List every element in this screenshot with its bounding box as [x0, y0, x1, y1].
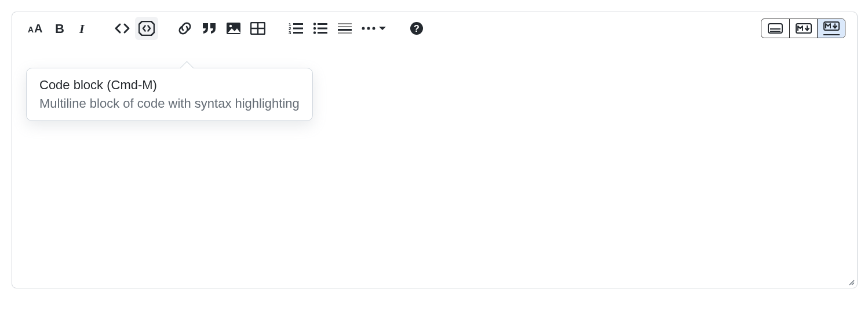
svg-rect-13 [293, 28, 303, 30]
view-wysiwyg-button[interactable] [761, 19, 789, 38]
svg-rect-12 [293, 23, 303, 25]
unordered-list-button[interactable] [309, 17, 332, 40]
more-button[interactable] [358, 17, 390, 40]
italic-button[interactable]: I [72, 17, 96, 40]
split-icon [823, 21, 840, 35]
svg-rect-18 [318, 23, 327, 25]
ordered-list-button[interactable]: 1 2 3 [285, 17, 308, 40]
svg-text:A: A [28, 25, 34, 34]
table-icon [250, 22, 265, 35]
text-style-button[interactable]: AA [24, 17, 47, 40]
view-mode-switch [761, 19, 845, 38]
toolbar: AA B I [12, 12, 857, 45]
code-icon [114, 22, 130, 35]
svg-rect-20 [318, 32, 327, 34]
horizontal-rule-button[interactable] [333, 17, 356, 40]
code-group [111, 17, 158, 40]
help-button[interactable]: ? [405, 17, 428, 40]
code-block-button[interactable] [135, 17, 158, 40]
link-button[interactable] [173, 17, 196, 40]
more-icon [361, 24, 386, 33]
quote-icon [202, 22, 217, 35]
svg-point-5 [229, 25, 232, 27]
svg-point-17 [313, 31, 316, 34]
svg-point-26 [367, 27, 370, 30]
svg-rect-22 [338, 26, 352, 27]
svg-text:B: B [55, 22, 64, 35]
image-icon [226, 22, 241, 35]
svg-rect-24 [338, 32, 352, 34]
view-split-button[interactable] [817, 19, 845, 38]
help-icon: ? [410, 21, 424, 35]
inline-code-button[interactable] [111, 17, 134, 40]
bold-button[interactable]: B [48, 17, 71, 40]
insert-group [173, 17, 269, 40]
view-markdown-button[interactable] [789, 19, 817, 38]
svg-point-25 [362, 27, 365, 30]
tooltip: Code block (Cmd-M) Multiline block of co… [26, 68, 313, 121]
svg-point-16 [313, 27, 316, 30]
svg-rect-23 [338, 29, 352, 31]
bold-icon: B [54, 22, 65, 35]
tooltip-description: Multiline block of code with syntax high… [39, 96, 300, 111]
svg-rect-32 [770, 31, 781, 32]
code-block-icon [138, 21, 155, 36]
svg-text:?: ? [414, 24, 420, 34]
svg-rect-19 [318, 28, 327, 30]
resize-handle[interactable] [847, 277, 855, 286]
link-icon [178, 21, 192, 35]
svg-point-15 [313, 23, 316, 25]
quote-button[interactable] [198, 17, 221, 40]
unordered-list-icon [313, 22, 328, 35]
svg-rect-14 [293, 32, 303, 34]
svg-text:A: A [34, 22, 42, 35]
tooltip-title: Code block (Cmd-M) [39, 78, 300, 93]
svg-rect-21 [338, 23, 352, 24]
list-group: 1 2 3 [285, 17, 390, 40]
ordered-list-icon: 1 2 3 [289, 22, 304, 35]
text-style-icon: AA [28, 22, 43, 35]
italic-icon: I [78, 22, 90, 35]
image-button[interactable] [222, 17, 245, 40]
svg-text:3: 3 [289, 30, 291, 35]
table-button[interactable] [246, 17, 269, 40]
svg-text:I: I [79, 22, 85, 35]
text-format-group: AA B I [24, 17, 96, 40]
horizontal-rule-icon [337, 22, 352, 35]
svg-point-27 [373, 27, 375, 30]
help-group: ? [405, 17, 428, 40]
wysiwyg-icon [768, 23, 783, 34]
svg-rect-31 [770, 28, 781, 30]
markdown-icon [796, 23, 812, 34]
editor-container: AA B I [12, 12, 858, 288]
